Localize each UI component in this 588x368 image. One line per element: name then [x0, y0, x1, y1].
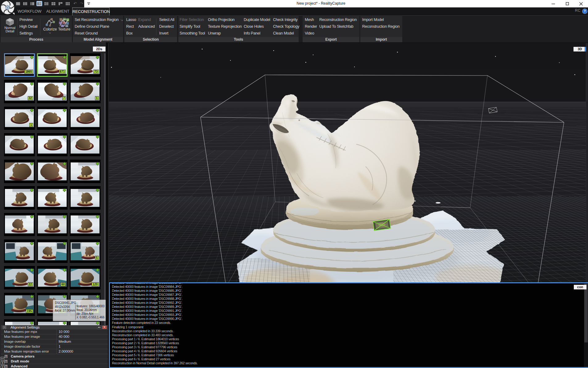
selected-camera-frustum[interactable] [373, 219, 391, 231]
console-panel[interactable]: Detected 40000 features in image 'DSC099… [109, 282, 588, 368]
3d-view-label[interactable]: 3D [574, 47, 586, 51]
ribbon-item-mesh[interactable]: Mesh [305, 16, 317, 23]
settings-row[interactable]: Max features per image 40 000 [1, 334, 108, 339]
settings-group-row[interactable]: + Camera priors [1, 354, 108, 359]
console-label[interactable]: con [574, 285, 586, 289]
settings-row[interactable]: Max features per mpx 10 000 [1, 329, 108, 334]
ribbon-item-import-model[interactable]: Import Model [362, 16, 400, 23]
tab-reconstruction[interactable]: RECONSTRUCTION [72, 7, 110, 15]
dock-icon[interactable] [97, 326, 101, 329]
setting-value[interactable]: 1 [59, 344, 60, 349]
image-thumbnail[interactable] [70, 160, 101, 183]
ribbon-item-check-topology[interactable]: Check Topology [273, 23, 299, 30]
ribbon-item-box[interactable]: Box [126, 30, 136, 37]
setting-value[interactable]: 10 000 [59, 329, 69, 334]
minimize-button[interactable] [546, 0, 560, 7]
3d-viewport[interactable]: 3D [109, 43, 588, 282]
image-thumbnail[interactable]: 1 [70, 80, 101, 103]
customize-toolbar-icon[interactable] [87, 1, 91, 6]
image-thumbnail[interactable] [4, 213, 35, 236]
camera-frustum[interactable] [488, 107, 497, 113]
texture-button[interactable]: Texture [57, 17, 71, 31]
expand-icon[interactable]: + [5, 365, 7, 368]
ribbon-item-filter-selection[interactable]: Filter Selection [180, 16, 205, 23]
ribbon-item-set-reconstruction-region[interactable]: Set Reconstruction Region [75, 16, 123, 23]
ribbon-item-texture-reprojection[interactable]: Texture Reprojection [208, 23, 242, 30]
redo-icon[interactable]: ↷ [80, 1, 83, 6]
collapse-icon[interactable]: − [3, 326, 6, 329]
image-thumbnail[interactable]: 32 [4, 80, 35, 103]
ribbon-item[interactable]: High Detail [19, 23, 37, 30]
image-thumbnail[interactable] [4, 239, 35, 263]
image-thumbnail[interactable] [37, 160, 68, 183]
alignment-settings-header[interactable]: − Alignment Settings ✕ [1, 325, 108, 329]
close-button[interactable] [574, 0, 588, 7]
undo-icon[interactable]: ↶ [73, 1, 77, 6]
layout-single-icon[interactable] [15, 1, 21, 6]
ribbon-item-invert[interactable]: Invert [159, 30, 174, 37]
settings-group-row[interactable]: + Advanced [1, 364, 108, 368]
image-thumbnail[interactable]: 22 [4, 266, 35, 289]
ribbon-item-unwrap[interactable]: Unwrap [208, 30, 242, 37]
ribbon-item-rect[interactable]: Rect [126, 23, 136, 30]
expand-icon[interactable]: + [5, 360, 7, 363]
image-thumbnail[interactable] [70, 133, 101, 157]
image-thumbnail[interactable] [4, 160, 35, 183]
image-thumbnail[interactable] [70, 186, 101, 210]
ribbon-item-define-ground-plane[interactable]: Define Ground Plane [75, 23, 123, 30]
app-logo[interactable] [0, 0, 15, 15]
ribbon-item-reconstruction-region[interactable]: Reconstruction Region [362, 23, 400, 30]
image-thumbnail[interactable]: 671 [37, 53, 68, 77]
normal-detail-button[interactable]: Normal Detail [3, 17, 17, 36]
scrollbar-thumb[interactable] [584, 284, 588, 342]
image-thumbnail[interactable]: 73 [70, 53, 101, 77]
image-thumbnail[interactable] [37, 186, 68, 210]
layout-left-split-icon[interactable] [37, 1, 42, 6]
setting-value[interactable]: 40 000 [59, 334, 69, 339]
setting-value[interactable]: 2.000000 [59, 349, 73, 354]
dock-up-icon[interactable]: ↥ [1, 361, 4, 365]
ribbon-item-close-holes[interactable]: Close Holes [244, 23, 270, 30]
ribbon-item-ortho-projection[interactable]: Ortho Projection [208, 16, 242, 23]
image-thumbnail[interactable] [70, 107, 101, 130]
layout-quad-left-icon[interactable] [44, 1, 49, 6]
undock-left-icon[interactable]: ↩ [1, 357, 4, 361]
console-scrollbar[interactable] [584, 283, 588, 367]
ribbon-item[interactable]: Preview [19, 16, 37, 23]
setting-value[interactable]: Medium [59, 339, 71, 344]
settings-row[interactable]: Image overlap Medium [1, 339, 108, 344]
ribbon-item-check-integrity[interactable]: Check Integrity [273, 16, 299, 23]
image-thumbnail[interactable] [4, 133, 35, 157]
ribbon-item-smoothing-tool[interactable]: Smoothing Tool [180, 30, 205, 37]
image-thumbnail[interactable]: 60 [37, 266, 68, 289]
ribbon-item-render[interactable]: Render [305, 23, 317, 30]
settings-row[interactable]: Max feature reprojection error 2.000000 [1, 349, 108, 354]
tab-workflow[interactable]: WORKFLOW [18, 7, 41, 15]
ribbon-item-upload-to-sketchfab[interactable]: Upload To Sketchfab [319, 23, 357, 30]
dock-down-icon[interactable]: ↧ [1, 366, 4, 368]
ribbon-item-select-all[interactable]: Select All [159, 16, 174, 23]
maximize-button[interactable] [560, 0, 574, 7]
panel-close-icon[interactable]: ✕ [102, 326, 106, 329]
image-thumbnail[interactable]: 195 [4, 293, 35, 316]
layout-quad-icon[interactable] [51, 1, 56, 6]
ribbon-item-expand[interactable]: Expand [138, 16, 155, 23]
image-thumbnail[interactable] [4, 186, 35, 210]
layout-tri-dark-icon[interactable] [58, 1, 63, 6]
ribbon-item[interactable]: Settings [19, 30, 37, 37]
image-thumbnail[interactable] [37, 133, 68, 157]
help-icon[interactable]: ? [582, 9, 587, 14]
tab-alignment[interactable]: ALIGNMENT [46, 7, 69, 15]
layout-3col-icon[interactable] [23, 1, 28, 6]
ribbon-item-reset-ground[interactable]: Reset Ground [75, 30, 123, 37]
2ds-panel-label[interactable]: 2Ds [93, 47, 106, 51]
image-thumbnail[interactable] [37, 213, 68, 236]
colorize-button[interactable]: Colorize [43, 17, 57, 33]
image-thumbnail[interactable] [37, 107, 68, 130]
expand-icon[interactable]: + [5, 355, 7, 358]
viewport-scrollbar[interactable] [586, 43, 588, 282]
ribbon-item-advanced[interactable]: Advanced [138, 23, 155, 30]
settings-row[interactable]: Image downscale factor 1 [1, 344, 108, 349]
ribbon-item-lasso[interactable]: Lasso [126, 16, 136, 23]
layout-grid6-icon[interactable] [65, 1, 70, 6]
